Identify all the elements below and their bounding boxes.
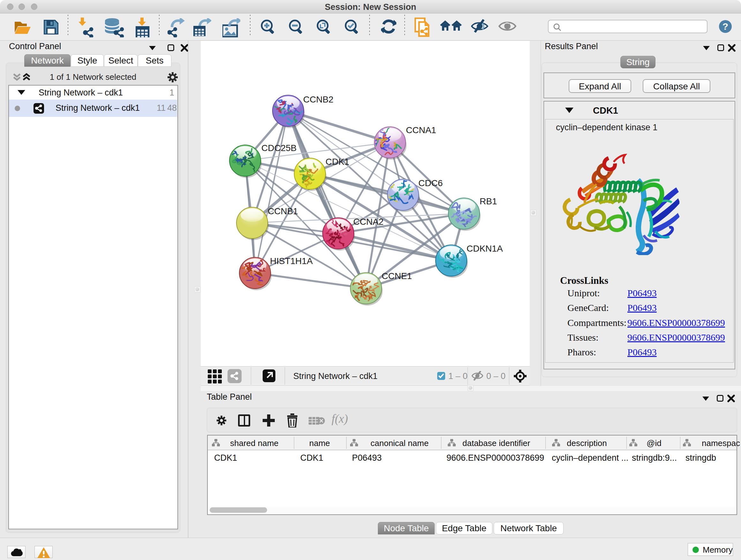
svg-text:CCNA2: CCNA2 xyxy=(353,217,384,227)
svg-text:CDC6: CDC6 xyxy=(418,178,443,188)
svg-text:CDKN1A: CDKN1A xyxy=(467,244,503,253)
svg-text:CCNB1: CCNB1 xyxy=(268,206,298,216)
svg-text:?: ? xyxy=(723,21,728,32)
svg-text:CCNB2: CCNB2 xyxy=(303,95,333,105)
svg-text:HIST1H1A: HIST1H1A xyxy=(270,256,313,266)
svg-text:CCNE1: CCNE1 xyxy=(382,271,412,281)
svg-text:CDC25B: CDC25B xyxy=(261,143,296,153)
svg-text:CDK1: CDK1 xyxy=(326,157,349,167)
svg-text:RB1: RB1 xyxy=(480,196,497,206)
svg-text:CCNA1: CCNA1 xyxy=(406,125,436,135)
